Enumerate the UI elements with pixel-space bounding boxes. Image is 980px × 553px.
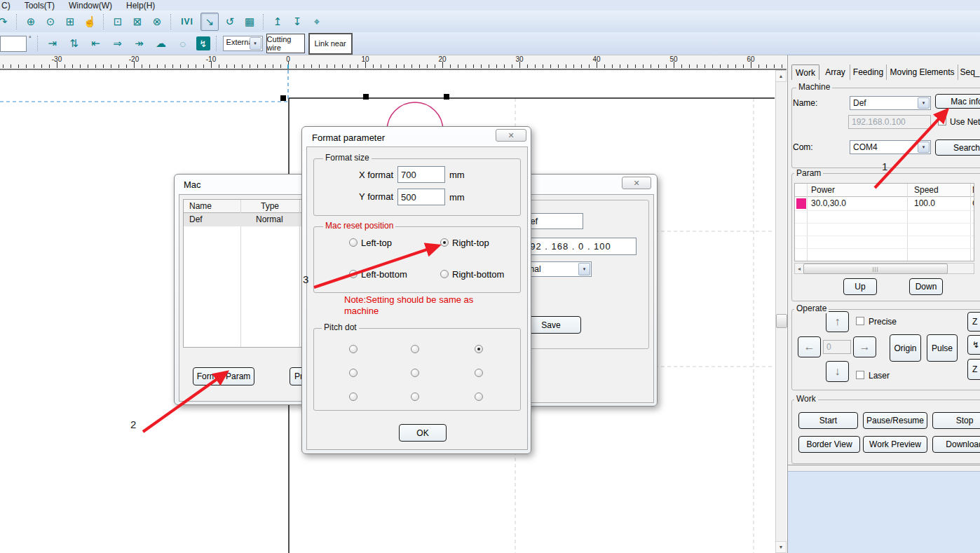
down-button[interactable]: Down: [909, 278, 943, 295]
pitch-dot-radio-7[interactable]: [349, 392, 358, 401]
pitch-dot-radio-9[interactable]: [475, 392, 483, 401]
pitch-dot-radio-2[interactable]: [411, 345, 419, 353]
laser-checkbox[interactable]: [856, 371, 864, 379]
dashed-circle-icon[interactable]: ◌: [175, 35, 191, 52]
param-col-header-mode[interactable]: M: [972, 185, 974, 195]
param-row-speed[interactable]: 100.0: [914, 198, 935, 208]
redo-icon[interactable]: ↷: [0, 13, 11, 30]
close-icon[interactable]: ✕: [496, 129, 526, 142]
link-near-button[interactable]: Link near: [308, 33, 353, 55]
scroll-down-button[interactable]: ▼: [775, 541, 787, 553]
up-button[interactable]: Up: [843, 278, 877, 295]
scroll-left-button[interactable]: ◂: [796, 264, 803, 273]
pitch-dot-radio-8[interactable]: [411, 392, 419, 401]
radio-left-bottom[interactable]: [349, 270, 358, 278]
work-button-download[interactable]: Download: [932, 436, 980, 453]
selection-handle[interactable]: [363, 94, 369, 100]
pitch-dot-radio-5[interactable]: [411, 369, 419, 377]
ivi-tool-icon[interactable]: IVI: [177, 13, 198, 30]
link-arrows-icon[interactable]: ↠: [131, 35, 148, 52]
menu-item-c[interactable]: C): [1, 1, 11, 11]
close-icon[interactable]: ✕: [622, 177, 651, 189]
work-button-work-preview[interactable]: Work Preview: [863, 436, 927, 453]
param-col-header-power[interactable]: Power: [811, 185, 835, 195]
z-down-button[interactable]: Z: [967, 359, 980, 380]
chevron-down-icon[interactable]: ▾: [250, 37, 261, 50]
menu-item-windoww[interactable]: Window(W): [69, 1, 112, 11]
use-network-checkbox[interactable]: [938, 117, 946, 125]
menu-item-toolst[interactable]: Tools(T): [25, 1, 55, 11]
z-up-button[interactable]: Z: [967, 312, 980, 332]
mac-col-header-name[interactable]: Name: [189, 201, 212, 211]
zoom-in-icon[interactable]: ⊕: [22, 13, 39, 30]
format-parameter-dialog[interactable]: Format parameter ✕ Format size X format …: [301, 126, 531, 454]
ok-button[interactable]: OK: [399, 424, 447, 442]
measure-bottom-icon[interactable]: ↧: [289, 13, 306, 30]
radio-right-top[interactable]: [440, 238, 449, 247]
search-button[interactable]: Search: [935, 139, 980, 156]
pitch-dot-radio-3[interactable]: [475, 345, 483, 353]
align-center-icon[interactable]: ⇒: [109, 35, 126, 52]
grid-icon[interactable]: ▦: [241, 13, 258, 30]
weld-icon[interactable]: ☁: [153, 35, 170, 52]
radio-left-top[interactable]: [349, 238, 358, 247]
work-button-border-view[interactable]: Border View: [798, 436, 860, 453]
pitch-dot-radio-6[interactable]: [475, 369, 483, 377]
tab-array[interactable]: Array: [821, 64, 850, 80]
tab-work[interactable]: Work: [791, 64, 819, 80]
lightning-tool-icon[interactable]: ↯: [196, 36, 210, 50]
selection-handle[interactable]: [444, 94, 449, 100]
param-row-power[interactable]: 30.0,30.0: [811, 198, 846, 208]
radio-right-bottom[interactable]: [440, 270, 449, 278]
mac-col-header-type[interactable]: Type: [261, 201, 279, 211]
pitch-dot-radio-1[interactable]: [349, 345, 358, 353]
measure-top-icon[interactable]: ↥: [269, 13, 286, 30]
param-row-mode[interactable]: C: [972, 198, 974, 208]
angle-input[interactable]: [0, 36, 27, 52]
param-table[interactable]: Power Speed M 30.0,30.0 100.0 C: [794, 183, 974, 261]
node-break-icon[interactable]: ⊗: [149, 13, 165, 30]
curve-arrow-icon[interactable]: ↘: [200, 13, 219, 31]
jog-right-button[interactable]: →: [853, 336, 876, 357]
tab-movingelements[interactable]: Moving Elements: [887, 64, 958, 80]
mac-row-name[interactable]: Def: [189, 214, 203, 224]
distribute-vertical-icon[interactable]: ⇅: [66, 35, 83, 52]
z-pulse-button[interactable]: ↯: [967, 335, 980, 355]
cutting-wire-button[interactable]: Cutting wire: [266, 34, 305, 53]
format-param-button[interactable]: Format Param: [193, 367, 254, 385]
work-button-start[interactable]: Start: [798, 412, 858, 429]
mac-row-type[interactable]: Normal: [256, 214, 283, 224]
precise-checkbox[interactable]: [856, 317, 864, 325]
zoom-page-icon[interactable]: ⊙: [42, 13, 59, 30]
param-col-header-speed[interactable]: Speed: [914, 185, 939, 195]
chevron-down-icon[interactable]: ▾: [918, 97, 930, 109]
pitch-dot-radio-4[interactable]: [349, 369, 358, 377]
machine-name-dropdown[interactable]: Def ▾: [850, 96, 931, 110]
tab-seq[interactable]: Seq_: [958, 64, 980, 80]
jog-up-button[interactable]: ↑: [826, 311, 849, 332]
work-button-pause-resume[interactable]: Pause/Resume: [863, 412, 927, 429]
scroll-up-button[interactable]: ▲: [775, 70, 787, 82]
selection-handle[interactable]: [280, 95, 286, 101]
mac-info-button[interactable]: Mac info: [935, 94, 980, 109]
canvas-vertical-scrollbar[interactable]: [775, 70, 787, 553]
pan-icon[interactable]: ☝: [81, 13, 98, 30]
param-scrollbar-thumb[interactable]: |||: [803, 264, 948, 274]
origin-button[interactable]: Origin: [890, 334, 921, 362]
zoom-extents-icon[interactable]: ⊞: [62, 13, 79, 30]
align-right-edge-icon[interactable]: ⇥: [44, 35, 61, 52]
scrollbar-thumb[interactable]: [776, 314, 787, 328]
y-format-field[interactable]: 500: [397, 189, 445, 205]
com-dropdown[interactable]: COM4 ▾: [850, 140, 931, 154]
tab-feeding[interactable]: Feeding: [850, 64, 887, 80]
param-row-color-swatch[interactable]: [796, 198, 806, 209]
external-dropdown[interactable]: Externa ▾: [223, 36, 263, 51]
align-left-edge-icon[interactable]: ⇤: [88, 35, 104, 52]
jog-down-button[interactable]: ↓: [826, 361, 849, 382]
menu-item-helph[interactable]: Help(H): [126, 1, 155, 11]
chevron-down-icon[interactable]: ▾: [918, 142, 930, 153]
work-button-stop[interactable]: Stop: [932, 412, 980, 429]
chevron-down-icon[interactable]: ▾: [578, 263, 590, 275]
pulse-button[interactable]: Pulse: [927, 334, 958, 362]
x-format-field[interactable]: 700: [397, 166, 445, 183]
